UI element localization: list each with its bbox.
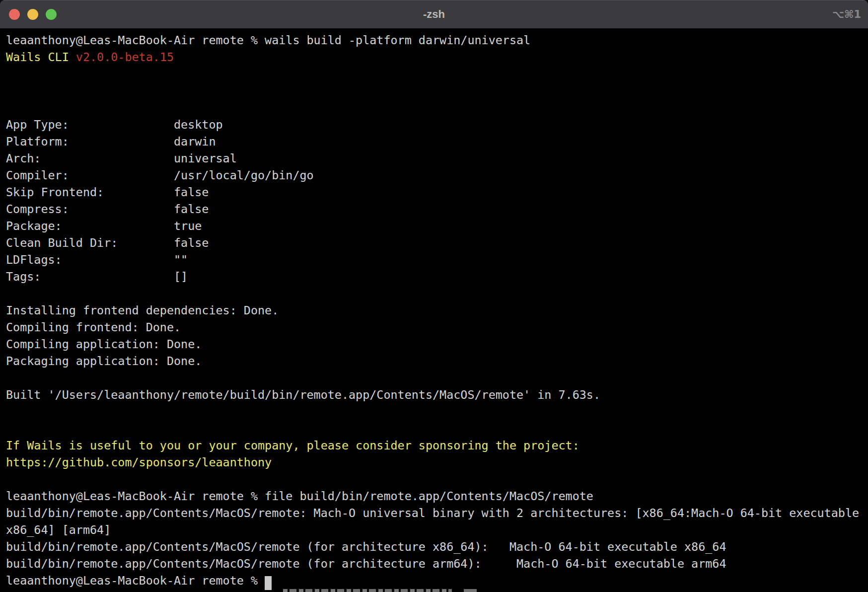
terminal-line: Wails CLI v2.0.0-beta.15 <box>6 49 868 66</box>
terminal-line <box>6 99 868 116</box>
text-segment: Packaging application: Done. <box>6 354 202 368</box>
terminal-line <box>6 66 868 82</box>
terminal-line: build/bin/remote.app/Contents/MacOS/remo… <box>6 538 868 555</box>
traffic-lights <box>9 9 57 20</box>
text-segment: Built '/Users/leaanthony/remote/build/bi… <box>6 388 600 402</box>
terminal-line: Platform: darwin <box>6 133 868 150</box>
text-segment: Compiling frontend: Done. <box>6 320 181 334</box>
text-segment: Tags: [] <box>6 270 188 284</box>
terminal-line <box>6 420 868 437</box>
text-cursor <box>265 576 272 590</box>
close-button[interactable] <box>9 9 20 20</box>
terminal-line: LDFlags: "" <box>6 251 868 268</box>
text-segment: build/bin/remote.app/Contents/MacOS/remo… <box>6 557 726 571</box>
text-segment: Clean Build Dir: false <box>6 236 209 250</box>
terminal-line: x86_64] [arm64] <box>6 521 868 538</box>
terminal-line: Package: true <box>6 218 868 234</box>
text-segment: https://github.com/sponsors/leaanthony <box>6 455 272 469</box>
text-segment: Compiler: /usr/local/go/bin/go <box>6 168 314 182</box>
terminal-line: If Wails is useful to you or your compan… <box>6 437 868 454</box>
terminal-line: https://github.com/sponsors/leaanthony <box>6 454 868 471</box>
zoom-button[interactable] <box>46 9 57 20</box>
terminal-line: leaanthony@Leas-MacBook-Air remote % wai… <box>6 32 868 49</box>
minimize-button[interactable] <box>27 9 38 20</box>
terminal-line: Built '/Users/leaanthony/remote/build/bi… <box>6 386 868 403</box>
terminal-line: Compress: false <box>6 201 868 218</box>
terminal-screen[interactable]: leaanthony@Leas-MacBook-Air remote % wai… <box>0 29 868 592</box>
terminal-line <box>6 82 868 99</box>
clipped-bottom-text <box>464 589 477 592</box>
text-segment: App Type: desktop <box>6 118 223 132</box>
terminal-line: Clean Build Dir: false <box>6 234 868 251</box>
text-segment: Platform: darwin <box>6 135 216 148</box>
text-segment: Compiling application: Done. <box>6 337 202 351</box>
terminal-line: Installing frontend dependencies: Done. <box>6 302 868 319</box>
terminal-line: Compiler: /usr/local/go/bin/go <box>6 167 868 184</box>
text-segment: leaanthony@Leas-MacBook-Air remote % <box>6 574 265 588</box>
terminal-line: leaanthony@Leas-MacBook-Air remote % fil… <box>6 488 868 505</box>
text-segment: Arch: universal <box>6 151 237 165</box>
terminal-line <box>6 285 868 302</box>
terminal-line: Skip Frontend: false <box>6 184 868 201</box>
terminal-line <box>6 370 868 386</box>
text-segment: LDFlags: "" <box>6 253 188 267</box>
text-segment: Installing frontend dependencies: Done. <box>6 303 279 317</box>
terminal-line: Arch: universal <box>6 150 868 167</box>
terminal-line <box>6 403 868 420</box>
text-segment: Skip Frontend: false <box>6 185 209 199</box>
text-segment: build/bin/remote.app/Contents/MacOS/remo… <box>6 506 859 520</box>
terminal-line: Compiling application: Done. <box>6 336 868 353</box>
text-segment: v2.0.0-beta.15 <box>76 50 174 64</box>
text-segment: leaanthony@Leas-MacBook-Air remote % fil… <box>6 489 593 503</box>
text-segment: If Wails is useful to you or your compan… <box>6 439 579 452</box>
terminal-line: App Type: desktop <box>6 116 868 133</box>
terminal-line: build/bin/remote.app/Contents/MacOS/remo… <box>6 555 868 572</box>
terminal-line: build/bin/remote.app/Contents/MacOS/remo… <box>6 505 868 521</box>
text-segment: leaanthony@Leas-MacBook-Air remote % wai… <box>6 33 530 47</box>
text-segment: Compress: false <box>6 202 209 216</box>
text-segment: x86_64] [arm64] <box>6 523 111 537</box>
tab-shortcut-hint: ⌥⌘1 <box>832 0 861 29</box>
terminal-line: Packaging application: Done. <box>6 353 868 370</box>
terminal-line <box>6 471 868 488</box>
terminal-line: Compiling frontend: Done. <box>6 319 868 336</box>
window-titlebar[interactable]: -zsh ⌥⌘1 <box>0 0 868 29</box>
text-segment: build/bin/remote.app/Contents/MacOS/remo… <box>6 540 726 554</box>
window-title: -zsh <box>60 0 808 29</box>
clipped-bottom-text <box>283 589 452 592</box>
terminal-output: leaanthony@Leas-MacBook-Air remote % wai… <box>6 32 868 589</box>
text-segment: Package: true <box>6 219 202 233</box>
text-segment: Wails CLI <box>6 50 76 64</box>
terminal-line: Tags: [] <box>6 268 868 285</box>
terminal-window: -zsh ⌥⌘1 leaanthony@Leas-MacBook-Air rem… <box>0 0 868 592</box>
terminal-line: leaanthony@Leas-MacBook-Air remote % <box>6 572 868 589</box>
